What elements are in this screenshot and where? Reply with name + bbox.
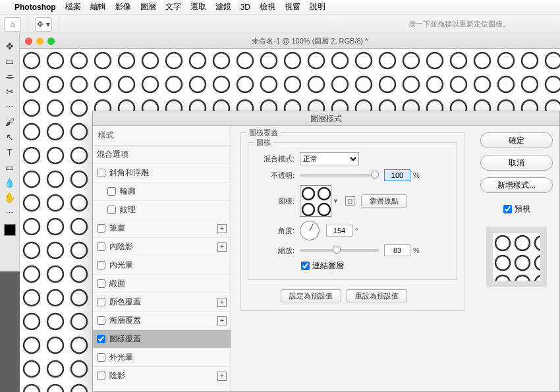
style-row[interactable]: 內光暈 <box>93 256 231 275</box>
style-label: 內陰影 <box>109 241 217 252</box>
detail-panel: 圖樣覆蓋 圖樣 混合模式: 正常 不透明: 100 % 圖樣: <box>231 126 474 391</box>
style-row[interactable]: 顏色覆蓋+ <box>93 293 231 312</box>
style-row[interactable]: 漸層覆蓋+ <box>93 312 231 330</box>
new-style-button[interactable]: 新增樣式... <box>480 177 553 193</box>
preview-input[interactable] <box>503 205 512 213</box>
style-row[interactable]: 內陰影+ <box>93 238 231 256</box>
style-label: 圖樣覆蓋 <box>109 333 227 345</box>
lasso-tool-icon[interactable]: ⌯ <box>1 69 18 84</box>
style-checkbox[interactable] <box>97 279 105 288</box>
add-effect-icon[interactable]: + <box>217 298 227 307</box>
marquee-tool-icon[interactable]: ▭ <box>1 54 18 69</box>
add-effect-icon[interactable]: + <box>217 242 227 252</box>
rectangle-tool-icon[interactable]: ▭ <box>1 160 18 175</box>
home-button[interactable]: ⌂ <box>4 17 21 32</box>
style-checkbox[interactable] <box>97 242 105 251</box>
preview-checkbox[interactable]: 預視 <box>503 204 530 215</box>
cancel-button[interactable]: 取消 <box>480 155 553 171</box>
menubar: Photoshop 檔案 編輯 影像 圖層 文字 選取 濾鏡 3D 檢視 視窗 … <box>0 0 560 14</box>
chevron-down-icon[interactable]: ▼ <box>333 198 339 204</box>
menu-item[interactable]: 3D <box>240 3 250 12</box>
close-window-icon[interactable] <box>25 38 32 45</box>
style-checkbox[interactable] <box>107 187 116 196</box>
percent-label: % <box>413 246 420 254</box>
percent-label: % <box>413 171 420 179</box>
minimize-window-icon[interactable] <box>36 38 43 45</box>
zoom-window-icon[interactable] <box>47 38 55 45</box>
menu-item[interactable]: 視窗 <box>285 1 300 13</box>
add-effect-icon[interactable]: + <box>217 372 227 381</box>
link-layer-input[interactable] <box>301 262 310 270</box>
new-pattern-icon[interactable]: ⊡ <box>345 196 354 206</box>
style-row[interactable]: 緞面 <box>93 275 231 293</box>
path-tool-icon[interactable]: ↖ <box>1 130 18 144</box>
style-row[interactable]: 輪廓 <box>93 182 231 201</box>
style-row[interactable]: 筆畫+ <box>93 219 231 238</box>
blend-mode-select[interactable]: 正常 <box>300 152 359 165</box>
style-checkbox[interactable] <box>97 316 105 325</box>
reset-default-button[interactable]: 重設為預設值 <box>347 289 407 302</box>
style-row[interactable]: 陰影+ <box>93 367 231 385</box>
make-default-button[interactable]: 設定為預設值 <box>281 289 341 302</box>
type-tool-icon[interactable]: T <box>1 145 18 159</box>
snap-origin-button[interactable]: 靠齊原點 <box>361 194 407 208</box>
style-checkbox[interactable] <box>97 224 105 233</box>
document-title: 未命名-1 @ 100% (圖層 2, RGB/8) * <box>60 36 560 46</box>
add-effect-icon[interactable]: + <box>217 316 227 325</box>
style-row[interactable]: 紋理 <box>93 201 231 219</box>
menu-item[interactable]: 編輯 <box>90 1 106 13</box>
menu-item[interactable]: 檔案 <box>65 1 81 13</box>
link-layer-checkbox[interactable]: 連結圖層 <box>301 260 450 271</box>
blend-options-row[interactable]: 混合選項 <box>93 146 231 164</box>
menu-item[interactable]: 文字 <box>165 1 181 13</box>
menu-item[interactable]: 說明 <box>310 1 325 13</box>
add-effect-icon[interactable]: + <box>217 224 227 233</box>
style-checkbox[interactable] <box>97 335 105 343</box>
angle-label: 角度: <box>255 226 294 236</box>
angle-input[interactable]: 154 <box>326 225 352 237</box>
angle-dial[interactable] <box>300 221 320 240</box>
dots-icon[interactable]: ⋯ <box>1 99 18 114</box>
style-checkbox[interactable] <box>107 206 116 214</box>
layer-style-dialog: 圖層樣式 樣式 混合選項 斜角和浮雕輪廓紋理筆畫+內陰影+內光暈緞面顏色覆蓋+漸… <box>92 111 560 392</box>
brush-tool-icon[interactable]: 🖌 <box>1 115 18 129</box>
opacity-input[interactable]: 100 <box>384 169 410 181</box>
hand-tool-icon[interactable]: ✋ <box>1 190 18 205</box>
scale-input[interactable]: 83 <box>384 244 410 256</box>
menu-item[interactable]: 影像 <box>115 1 131 13</box>
menu-item[interactable]: 檢視 <box>260 1 275 13</box>
scale-slider[interactable] <box>300 249 379 252</box>
menu-item[interactable]: 圖層 <box>140 1 156 13</box>
degree-label: ° <box>355 227 358 235</box>
style-label: 內光暈 <box>109 260 227 271</box>
style-label: 外光暈 <box>109 352 227 363</box>
style-checkbox[interactable] <box>97 353 105 362</box>
move-tool-icon[interactable]: ✥ <box>1 39 18 53</box>
document-titlebar: 未命名-1 @ 100% (圖層 2, RGB/8) * <box>20 34 560 49</box>
pattern-swatch[interactable] <box>300 185 331 217</box>
style-checkbox[interactable] <box>97 261 105 269</box>
move-tool-button[interactable]: ✥ ▾ <box>35 17 52 32</box>
menu-item[interactable]: 濾鏡 <box>215 1 231 13</box>
ok-button[interactable]: 確定 <box>480 132 553 148</box>
more-icon[interactable]: ⋯ <box>1 206 18 220</box>
style-row[interactable]: 圖樣覆蓋 <box>93 330 231 349</box>
app-name: Photoshop <box>14 3 56 12</box>
separator <box>59 17 59 32</box>
style-label: 緞面 <box>109 278 227 289</box>
menu-item[interactable]: 選取 <box>190 1 206 13</box>
eyedropper-tool-icon[interactable]: 💧 <box>1 175 18 190</box>
dialog-title: 圖層樣式 <box>93 111 559 126</box>
style-checkbox[interactable] <box>97 169 105 177</box>
group-label: 圖樣 <box>254 138 273 148</box>
style-checkbox[interactable] <box>97 372 105 380</box>
style-row[interactable]: 外光暈 <box>93 349 231 367</box>
style-row[interactable]: 斜角和浮雕 <box>93 164 231 182</box>
foreground-color-swatch[interactable] <box>4 224 16 236</box>
style-checkbox[interactable] <box>97 298 105 306</box>
style-label: 陰影 <box>109 370 217 381</box>
preview-thumbnail <box>486 227 547 287</box>
opacity-slider[interactable] <box>300 174 379 177</box>
toolbox: ✥ ▭ ⌯ ✂ ⋯ 🖌 ↖ T ▭ 💧 ✋ ⋯ <box>0 34 20 392</box>
crop-tool-icon[interactable]: ✂ <box>1 84 18 99</box>
